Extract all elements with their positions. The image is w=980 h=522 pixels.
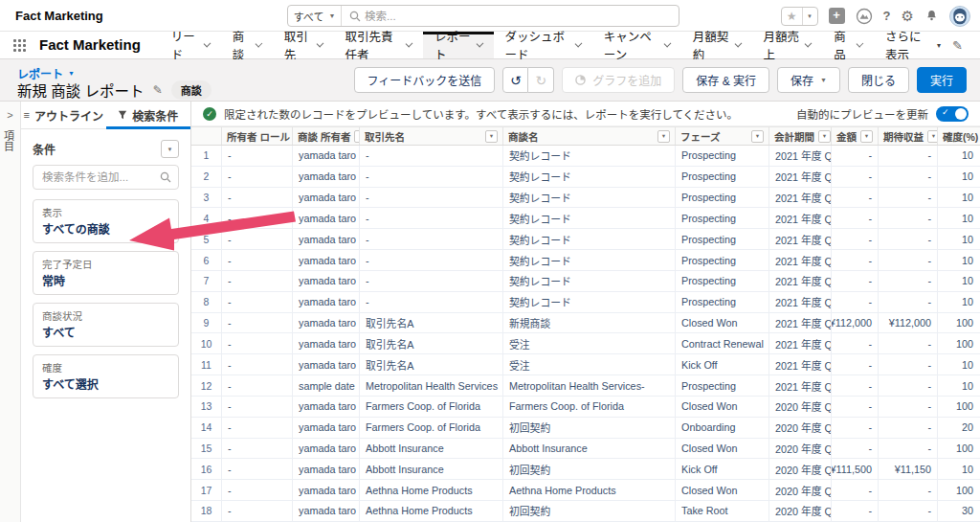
global-add-button[interactable]: + (829, 8, 845, 24)
chevron-down-icon[interactable] (476, 40, 483, 48)
close-button[interactable]: 閉じる (848, 67, 909, 93)
table-row[interactable]: 10-yamada taro取引先名A受注Contract Renewal202… (191, 333, 980, 354)
guidance-icon[interactable] (856, 8, 873, 25)
chevron-down-icon[interactable] (204, 40, 212, 48)
table-row[interactable]: 13-yamada taroFarmers Coop. of FloridaFa… (191, 397, 980, 418)
nav-tab-ダッシュボード[interactable]: ダッシュボード (494, 32, 592, 58)
filter-card-商談状況[interactable]: 商談状況すべて (33, 303, 179, 347)
expand-rail-chevron-icon[interactable]: > (0, 109, 20, 121)
table-row[interactable]: 17-yamada taroAethna Home ProductsAethna… (191, 480, 980, 501)
column-menu-button[interactable]: ▼ (927, 130, 938, 143)
filter-card-field: 確度 (42, 360, 169, 374)
chevron-down-icon[interactable] (857, 40, 864, 48)
nav-tab-商談[interactable]: 商談 (221, 32, 273, 58)
help-icon[interactable]: ? (883, 9, 891, 23)
filter-card-確度[interactable]: 確度すべて選択 (33, 354, 179, 398)
column-header-商談名[interactable]: 商談名▼ (503, 127, 676, 145)
search-input[interactable] (365, 11, 679, 22)
success-check-icon: ✓ (203, 107, 216, 121)
add-chart-button[interactable]: グラフを追加 (562, 67, 675, 93)
save-run-button[interactable]: 保存 & 実行 (682, 67, 769, 93)
plus-icon: + (833, 8, 840, 22)
column-header-商談 所有者[interactable]: 商談 所有者▼ (293, 127, 360, 145)
chevron-down-icon[interactable]: ▼ (803, 13, 817, 19)
edit-title-pencil-icon[interactable]: ✎ (153, 83, 163, 97)
notification-bell-icon[interactable] (924, 9, 939, 23)
nav-tab-商品[interactable]: 商品 (822, 32, 874, 58)
edit-nav-pencil-icon[interactable]: ✎ (952, 38, 963, 53)
table-row[interactable]: 1-yamada taro-契約レコードProspecting2021 年度 Q… (191, 146, 980, 167)
star-icon[interactable]: ★ (782, 8, 803, 25)
column-menu-button[interactable]: ▼ (657, 130, 670, 143)
chevron-down-icon[interactable] (316, 40, 323, 48)
table-cell: - (360, 167, 503, 188)
user-avatar[interactable] (949, 6, 970, 27)
chevron-down-icon[interactable] (805, 40, 813, 48)
nav-tab-レポート[interactable]: レポート (423, 32, 494, 58)
row-number: 12 (191, 375, 222, 397)
column-header-確度(%)[interactable]: 確度(%)▼ (938, 127, 980, 145)
app-name: Fact Marketing (39, 36, 141, 58)
table-row[interactable]: 8-yamada taro-契約レコードProspecting2021 年度 Q… (191, 292, 980, 313)
fields-rail[interactable]: > 項目 (0, 102, 21, 522)
table-row[interactable]: 5-yamada taro-契約レコードProspecting2021 年度 Q… (191, 229, 980, 250)
filter-card-表示[interactable]: 表示すべての商談 (33, 199, 179, 243)
chevron-down-icon[interactable] (575, 40, 583, 48)
table-row[interactable]: 12-sample dateMetropolitan Health Servic… (191, 375, 980, 397)
table-row[interactable]: 2-yamada taro-契約レコードProspecting2021 年度 Q… (191, 167, 980, 188)
nav-tab-label: キャンペーン (604, 27, 658, 63)
nav-tab-取引先[interactable]: 取引先 (273, 32, 334, 58)
column-header-label: 商談 所有者 (298, 129, 350, 144)
table-row[interactable]: 4-yamada taro-契約レコードProspecting2021 年度 Q… (191, 208, 980, 229)
column-menu-button[interactable]: ▼ (485, 130, 498, 143)
table-row[interactable]: 6-yamada taro-契約レコードProspecting2021 年度 Q… (191, 250, 980, 271)
setup-gear-icon[interactable]: ⚙ (902, 8, 914, 25)
filter-card-完了予定日[interactable]: 完了予定日常時 (33, 251, 179, 295)
app-launcher-icon[interactable] (13, 39, 27, 53)
chevron-down-icon[interactable] (734, 40, 742, 48)
tab-filters[interactable]: 検索条件 (106, 102, 191, 128)
column-header-金額[interactable]: 金額▼ (832, 127, 879, 145)
table-row[interactable]: 14-yamada taroFarmers Coop. of Florida初回… (191, 418, 980, 439)
table-cell: Prospecting (676, 375, 769, 397)
nav-tab-月額契約[interactable]: 月額契約 (681, 32, 752, 58)
column-header-取引先名[interactable]: 取引先名▼ (360, 127, 503, 145)
auto-update-toggle[interactable]: ✓ (936, 106, 969, 122)
nav-tab-取引先責任者[interactable]: 取引先責任者 (333, 32, 422, 58)
column-menu-button[interactable]: ▼ (751, 130, 764, 143)
search-scope-select[interactable]: すべて ▼ (288, 6, 342, 26)
global-search[interactable]: すべて ▼ (287, 5, 679, 27)
redo-button[interactable]: ↻ (528, 67, 554, 93)
conditions-menu-button[interactable]: ▼ (161, 140, 179, 158)
table-row[interactable]: 11-yamada taro取引先名A受注Kick Off2021 年度 Q1-… (191, 354, 980, 375)
add-filter-input[interactable] (33, 165, 179, 190)
chevron-down-icon[interactable] (406, 40, 413, 48)
column-header-所有者 ロール[interactable]: 所有者 ロール▼ (222, 127, 293, 145)
table-row[interactable]: 7-yamada taro-契約レコードProspecting2021 年度 Q… (191, 271, 980, 292)
column-header-会計期間[interactable]: 会計期間▼ (769, 127, 832, 145)
feedback-button[interactable]: フィードバックを送信 (354, 67, 496, 93)
table-row[interactable]: 3-yamada taro-契約レコードProspecting2021 年度 Q… (191, 188, 980, 209)
favorites-button[interactable]: ★ ▼ (781, 7, 818, 26)
table-cell: - (360, 229, 503, 250)
chevron-down-icon[interactable]: ▾ (937, 41, 941, 50)
column-header-フェーズ[interactable]: フェーズ▼ (676, 127, 769, 145)
column-header-期待収益[interactable]: 期待収益▼ (879, 127, 938, 145)
nav-tab-さらに表示[interactable]: さらに表示▾ (874, 32, 952, 58)
save-button[interactable]: 保存 ▼ (777, 67, 840, 93)
nav-tab-キャンペーン[interactable]: キャンペーン (592, 32, 681, 58)
table-row[interactable]: 15-yamada taroAbbott InsuranceAbbott Ins… (191, 439, 980, 460)
undo-button[interactable]: ↺ (502, 67, 528, 93)
table-cell: Farmers Coop. of Florida (360, 397, 503, 418)
column-menu-button[interactable]: ▼ (818, 130, 831, 143)
nav-tab-リード[interactable]: リード (160, 32, 221, 58)
tab-outline[interactable]: ≡ アウトライン (21, 102, 106, 128)
table-row[interactable]: 9-yamada taro取引先名A新規商談Closed Won2021 年度 … (191, 313, 980, 334)
run-button[interactable]: 実行 (917, 67, 967, 93)
chevron-down-icon[interactable] (256, 40, 263, 48)
chevron-down-icon[interactable] (664, 40, 672, 48)
table-row[interactable]: 16-yamada taroAbbott Insurance初回契約Kick O… (191, 459, 980, 480)
nav-tab-月額売上[interactable]: 月額売上 (751, 32, 822, 58)
table-row[interactable]: 18-yamada taroAethna Home Products初回契約Ta… (191, 501, 980, 522)
column-menu-button[interactable]: ▼ (860, 130, 873, 143)
